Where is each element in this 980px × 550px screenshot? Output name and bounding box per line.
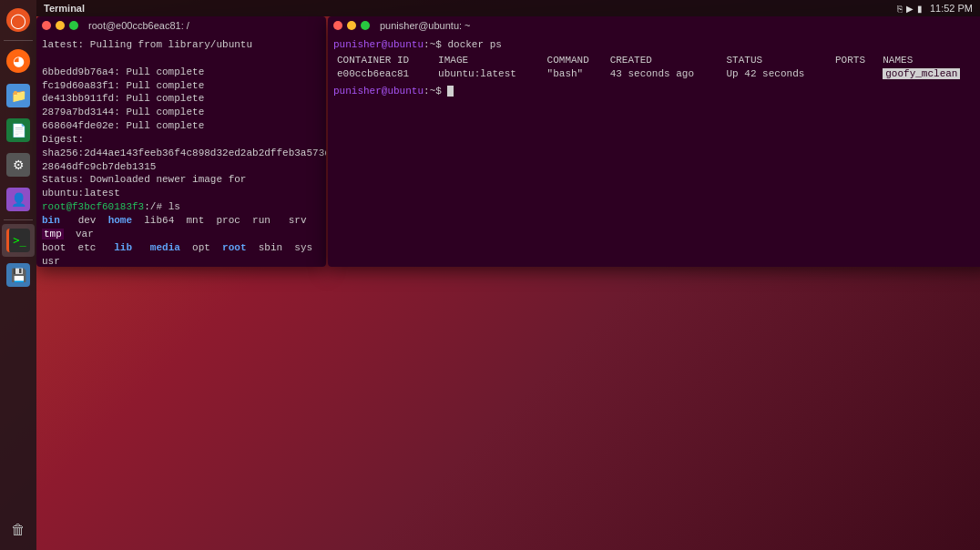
col-created: CREATED bbox=[607, 54, 723, 67]
terminal-body-left[interactable]: latest: Pulling from library/ubuntu 6bbe… bbox=[36, 35, 326, 267]
col-container-id: CONTAINER ID bbox=[333, 54, 434, 67]
topbar: Terminal ⎘ ▶ ▮ 11:52 PM bbox=[36, 0, 980, 16]
terminal-line: bin dev home lib64 mnt proc run srv tmp … bbox=[42, 214, 321, 241]
terminal-body-right[interactable]: punisher@ubuntu:~$ docker ps CONTAINER I… bbox=[328, 35, 980, 267]
col-status: STATUS bbox=[723, 54, 832, 67]
topbar-system-icons: ⎘ ▶ ▮ bbox=[897, 4, 923, 14]
close-btn-left[interactable] bbox=[42, 21, 51, 30]
terminal-line: Digest: sha256:2d44ae143feeb36f4c898d32e… bbox=[42, 133, 321, 160]
col-ports: PORTS bbox=[832, 54, 879, 67]
col-image: IMAGE bbox=[434, 54, 544, 67]
terminal-line: Status: Downloaded newer image for ubunt… bbox=[42, 173, 321, 200]
terminal-titlebar-right: punisher@ubuntu: ~ bbox=[328, 16, 980, 35]
max-btn-right[interactable] bbox=[361, 21, 370, 30]
terminal-window-right: punisher@ubuntu: ~ punisher@ubuntu:~$ do… bbox=[328, 16, 980, 267]
terminals-area: root@e00ccb6eac81: / latest: Pulling fro… bbox=[36, 16, 980, 550]
topbar-time: 11:52 PM bbox=[930, 3, 973, 14]
cell-status: Up 42 seconds bbox=[723, 67, 832, 81]
taskbar-disk-icon[interactable]: 💾 bbox=[2, 259, 35, 291]
terminal-line: 6bbedd9b76a4: Pull complete bbox=[42, 66, 321, 79]
terminal-line: 2879a7bd3144: Pull complete bbox=[42, 106, 321, 119]
col-names: NAMES bbox=[879, 54, 980, 67]
cell-ports bbox=[832, 67, 879, 81]
cell-command: "bash" bbox=[544, 67, 607, 81]
taskbar-ubuntu-icon[interactable]: ◯ bbox=[2, 4, 35, 36]
terminal-window-left: root@e00ccb6eac81: / latest: Pulling fro… bbox=[36, 16, 326, 267]
taskbar-trash-icon[interactable]: 🗑 bbox=[2, 514, 35, 546]
taskbar-terminal-icon[interactable]: >_ bbox=[2, 224, 35, 257]
terminal-line: fc19d60a83f1: Pull complete bbox=[42, 79, 321, 93]
battery-icon: ▮ bbox=[917, 4, 923, 14]
network-icon: ⎘ bbox=[897, 4, 903, 14]
cell-created: 43 seconds ago bbox=[607, 67, 723, 81]
terminal-line: 28646dfc9cb7deb1315 bbox=[42, 160, 321, 174]
terminal-line: de413bb911fd: Pull complete bbox=[42, 92, 321, 106]
col-command: COMMAND bbox=[544, 54, 607, 67]
docker-ps-prompt2: punisher@ubuntu:~$ bbox=[333, 85, 980, 98]
terminal-line bbox=[42, 52, 321, 66]
taskbar-users-icon[interactable]: 👤 bbox=[2, 183, 35, 216]
taskbar-libreoffice-icon[interactable]: 📄 bbox=[2, 114, 35, 147]
terminal-line: 668604fde02e: Pull complete bbox=[42, 119, 321, 133]
taskbar-files-icon[interactable]: 📁 bbox=[2, 79, 35, 112]
terminal-line: root@f3bcf60183f3:/# ls bbox=[42, 200, 321, 214]
docker-row: e00ccb6eac81 ubuntu:latest "bash" 43 sec… bbox=[333, 67, 980, 81]
docker-ps-command: punisher@ubuntu:~$ docker ps bbox=[333, 38, 980, 52]
topbar-title: Terminal bbox=[44, 3, 85, 14]
taskbar-settings-icon[interactable]: ⚙ bbox=[2, 148, 35, 181]
min-btn-right[interactable] bbox=[347, 21, 356, 30]
terminal-title-right: punisher@ubuntu: ~ bbox=[380, 20, 471, 31]
terminal-line: latest: Pulling from library/ubuntu bbox=[42, 38, 321, 52]
topbar-right: ⎘ ▶ ▮ 11:52 PM bbox=[897, 3, 973, 14]
cell-image: ubuntu:latest bbox=[434, 67, 544, 81]
sound-icon: ▶ bbox=[906, 4, 914, 14]
terminal-titlebar-left: root@e00ccb6eac81: / bbox=[36, 16, 326, 35]
close-btn-right[interactable] bbox=[333, 21, 342, 30]
cell-container-id: e00ccb6eac81 bbox=[333, 67, 434, 81]
names-value: goofy_mclean bbox=[883, 68, 960, 79]
taskbar-firefox-icon[interactable]: ◕ bbox=[2, 45, 35, 77]
docker-ps-table: CONTAINER ID IMAGE COMMAND CREATED STATU… bbox=[333, 54, 980, 81]
max-btn-left[interactable] bbox=[69, 21, 78, 30]
taskbar: ◯ ◕ 📁 📄 ⚙ 👤 >_ 💾 bbox=[0, 0, 36, 550]
cell-names: goofy_mclean bbox=[879, 67, 980, 81]
terminal-line: boot etc lib media opt root sbin sys usr bbox=[42, 241, 321, 267]
taskbar-bottom: 🗑 bbox=[2, 514, 35, 546]
min-btn-left[interactable] bbox=[56, 21, 65, 30]
terminal-title-left: root@e00ccb6eac81: / bbox=[88, 20, 189, 31]
